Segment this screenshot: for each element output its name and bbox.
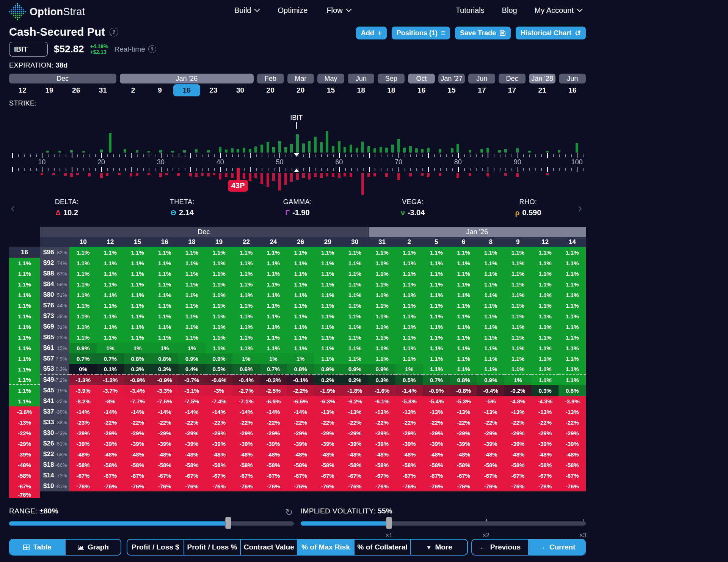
expiry-date-option[interactable]: 9: [146, 84, 173, 96]
put-volume-bar: [52, 173, 55, 175]
ruler-tick: [42, 153, 42, 158]
nav-optimize[interactable]: Optimize: [278, 6, 308, 15]
nav-build[interactable]: Build: [234, 6, 259, 15]
expiry-date-option[interactable]: 31: [89, 84, 116, 96]
iv-slider[interactable]: ×1×2×3: [301, 518, 586, 529]
put-volume-bar: [231, 173, 234, 178]
range-slider-track[interactable]: [9, 521, 294, 526]
month-pill[interactable]: Feb: [257, 74, 284, 83]
expiry-date-option[interactable]: 2: [120, 84, 147, 96]
nav-blog[interactable]: Blog: [502, 6, 517, 15]
realtime-help-icon[interactable]: ?: [148, 45, 156, 53]
tab-graph[interactable]: Graph: [65, 540, 121, 555]
expiry-date-option[interactable]: 26: [63, 84, 89, 96]
tab--of-max-risk[interactable]: % of Max Risk: [297, 540, 354, 555]
ruler-tick: [482, 154, 483, 157]
expiry-date-option[interactable]: 21: [529, 84, 556, 96]
month-pill[interactable]: Jan '26: [120, 74, 254, 83]
add-button[interactable]: Add+: [356, 27, 387, 39]
month-pill[interactable]: Oct: [408, 74, 435, 83]
optionstrat-logo[interactable]: OptionStrat: [8, 2, 85, 22]
put-leg-badge[interactable]: 43P: [228, 180, 248, 192]
pl-cell: 0.5%: [206, 364, 233, 375]
strike-ruler[interactable]: 102030405060708090100IBIT43P: [9, 112, 586, 200]
pl-cell: -58%: [206, 460, 233, 470]
expiry-date-option[interactable]: 18: [348, 84, 375, 96]
iv-slider-handle[interactable]: [386, 517, 392, 529]
month-pill[interactable]: Dec: [9, 74, 116, 83]
expiry-date-option[interactable]: 16: [408, 84, 435, 96]
pl-cell: -67%: [369, 470, 396, 481]
tab--of-collateral[interactable]: % of Collateral: [354, 540, 411, 555]
ticker-input[interactable]: IBIT: [9, 42, 48, 57]
strike-row-label: $6931%: [40, 321, 69, 332]
pl-cell: -48%: [232, 449, 260, 460]
expiry-date-option[interactable]: 12: [9, 84, 36, 96]
call-volume-bar: [528, 151, 531, 153]
ruler-tick: [565, 168, 566, 171]
graph-icon: [77, 545, 84, 550]
expiry-date-selected[interactable]: 16: [173, 84, 200, 96]
month-pill[interactable]: Dec: [499, 74, 526, 83]
month-pill[interactable]: Jan '27: [438, 74, 465, 83]
tab-profit-loss-[interactable]: Profit / Loss %: [184, 540, 240, 555]
nav-flow[interactable]: Flow: [326, 6, 350, 15]
positions-1--button[interactable]: Positions (1)≡: [392, 27, 450, 39]
strategy-help-icon[interactable]: ?: [110, 28, 118, 36]
ruler-tick: [392, 168, 393, 171]
month-pill[interactable]: Jun: [348, 74, 375, 83]
pager-current[interactable]: →Current: [528, 540, 585, 555]
save-trade-button[interactable]: Save Trade: [455, 27, 511, 39]
expiry-date-option[interactable]: 16: [559, 84, 586, 96]
tab-more[interactable]: ▼More: [410, 540, 467, 555]
strike-price: $26: [43, 440, 54, 447]
call-volume-bar: [427, 148, 430, 153]
pl-cell: 0.7%: [260, 364, 287, 375]
refresh-icon[interactable]: ↻: [285, 507, 293, 518]
expiry-date-option[interactable]: 20: [287, 84, 314, 96]
expiry-date-option[interactable]: 15: [317, 84, 344, 96]
pager-previous[interactable]: ←Previous: [472, 540, 528, 555]
month-pill[interactable]: Jun: [559, 74, 586, 83]
expiry-date-option[interactable]: 17: [499, 84, 526, 96]
month-pill[interactable]: May: [317, 74, 344, 83]
expiry-date-option[interactable]: 15: [438, 84, 465, 96]
pl-cell: -58%: [559, 460, 586, 470]
range-slider-handle[interactable]: [225, 517, 231, 529]
tab-contract-value[interactable]: Contract Value: [240, 540, 297, 555]
view-toggle-group: TableGraph: [9, 539, 121, 556]
expiry-date-option[interactable]: 19: [36, 84, 63, 96]
month-pill[interactable]: Mar: [287, 74, 314, 83]
historical-chart-button[interactable]: Historical Chart↺: [516, 27, 586, 39]
pl-cell: 1.1%: [559, 311, 586, 321]
strike-row-label: $37-30%: [40, 406, 69, 417]
nav-tutorials[interactable]: Tutorials: [456, 6, 485, 15]
range-slider[interactable]: [9, 518, 294, 529]
expiry-date-option[interactable]: 30: [227, 84, 254, 96]
expiry-date-option[interactable]: 23: [200, 84, 227, 96]
pl-cell: 1.1%: [314, 290, 341, 300]
pl-cell: 0.3%: [124, 364, 151, 375]
pl-cell: -3%: [206, 385, 233, 396]
expiry-date-option[interactable]: 20: [257, 84, 284, 96]
ruler-tick: [458, 167, 459, 172]
month-pill[interactable]: Jun: [468, 74, 495, 83]
strike-row-label: $22-58%: [40, 449, 69, 460]
month-pill[interactable]: Sep: [378, 74, 405, 83]
ruler-tick: [535, 154, 536, 157]
nav-my-account[interactable]: My Account: [535, 6, 581, 15]
pl-cell: -67%: [532, 470, 559, 481]
tab-table[interactable]: Table: [10, 540, 65, 555]
ruler-number: 40: [217, 158, 224, 166]
pl-cell: -29%: [69, 428, 97, 438]
month-pill[interactable]: Jan '28: [529, 74, 556, 83]
date-group: 18: [378, 84, 405, 96]
expiry-date-option[interactable]: 17: [468, 84, 495, 96]
expiry-date-option[interactable]: 18: [378, 84, 405, 96]
ruler-number: 80: [454, 158, 462, 166]
put-volume-bar: [296, 173, 299, 180]
ruler-tick: [143, 154, 144, 157]
iv-slider-track[interactable]: ×1×2×3: [301, 521, 586, 526]
tab-profit-loss-[interactable]: Profit / Loss $: [127, 540, 184, 555]
table-column-header: 2: [395, 237, 423, 247]
